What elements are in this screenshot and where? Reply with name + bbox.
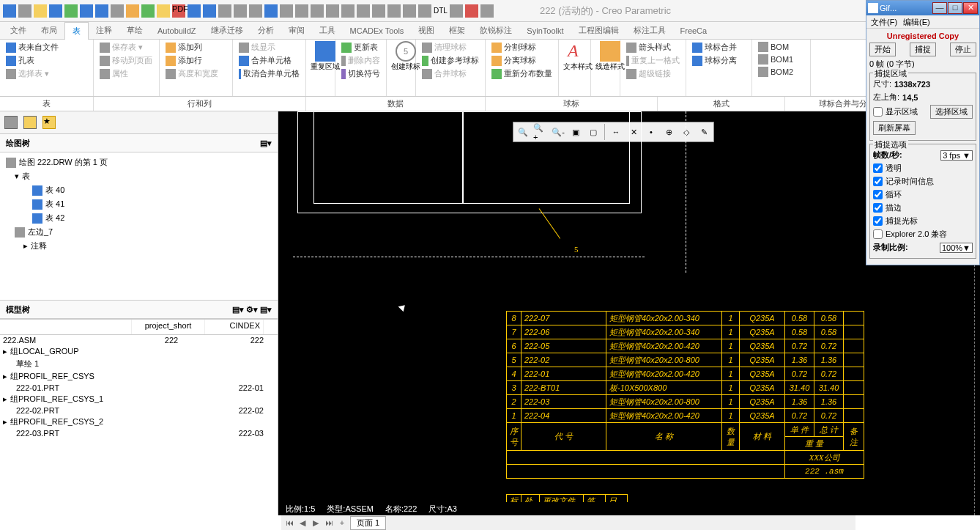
btn-text-style[interactable]: A文本样式 (563, 41, 593, 72)
page-tab[interactable]: 页面 1 (350, 516, 386, 530)
btn-merge-balloon[interactable]: 合并球标 (420, 67, 480, 80)
undo-icon[interactable] (188, 4, 201, 18)
add-page-icon[interactable]: + (337, 518, 347, 527)
tool10-icon[interactable] (403, 4, 416, 18)
tab-icon2[interactable] (23, 116, 37, 129)
save3-icon[interactable] (95, 4, 108, 18)
cut-icon[interactable] (126, 4, 139, 18)
tree-options-icon[interactable]: ▤▾ (260, 139, 272, 148)
new-icon[interactable] (18, 4, 31, 18)
minimize-icon[interactable]: — (932, 2, 947, 14)
tool9-icon[interactable] (387, 4, 401, 18)
model-row[interactable]: ▸ 组PROFIL_REF_CSYS_1 (0, 393, 278, 405)
model-row[interactable]: 222.ASM222222 (0, 335, 278, 345)
model-row[interactable]: 草绘 1 (0, 358, 278, 370)
open-icon[interactable] (34, 4, 47, 18)
btn-clean-balloon[interactable]: 清理球标 (420, 41, 480, 54)
timestamp-checkbox[interactable] (873, 177, 883, 186)
btn-props[interactable]: 属性 (98, 67, 155, 80)
tab-inherit[interactable]: 继承迁移 (204, 22, 250, 39)
tool12-icon[interactable] (450, 4, 463, 18)
save-icon[interactable] (49, 4, 62, 18)
table-row[interactable]: 5222-02矩型钢管40x20x2.00-8001Q235A1.361.36 (507, 353, 864, 367)
table-row[interactable]: 7222-06矩型钢管40x20x2.00-3401Q235A0.580.58 (507, 325, 864, 339)
tab-xinrui[interactable]: 歆锐标注 (472, 22, 519, 39)
tab-mcadex[interactable]: MCADEx Tools (343, 23, 412, 38)
table-row[interactable]: 8222-07矩型钢管40x20x2.00-3401Q235A0.580.58 (507, 312, 864, 325)
prev-page-icon[interactable]: ◀ (297, 518, 308, 528)
window-icon[interactable] (234, 4, 247, 18)
tab-icon1[interactable] (4, 116, 18, 129)
tool3-icon[interactable] (295, 4, 308, 18)
btn-delete-content[interactable]: 删除内容 (340, 54, 382, 67)
model-row[interactable]: ▸ 组LOCAL_GROUP (0, 345, 278, 358)
btn-detach-balloon[interactable]: 分离球标 (490, 54, 554, 67)
tool1-icon[interactable] (264, 4, 278, 18)
delete-icon[interactable] (465, 4, 478, 18)
show-area-checkbox[interactable] (873, 107, 883, 117)
btn-table-from-file[interactable]: 表来自文件 (4, 41, 89, 54)
tree-item[interactable]: ▸ 注释 (3, 239, 275, 253)
outline-checkbox[interactable] (873, 203, 883, 213)
tool4-icon[interactable] (311, 4, 324, 18)
start-button[interactable]: 开始 (869, 43, 896, 56)
btn-toggle-symbol[interactable]: 切换符号 (340, 67, 382, 80)
tab-dimtool[interactable]: 标注工具 (626, 22, 673, 39)
btn-arrow-style[interactable]: 箭头样式 (625, 41, 681, 54)
tab-autobuild[interactable]: AutobuildZ (150, 23, 204, 38)
tab-annotate[interactable]: 注释 (89, 22, 119, 39)
btn-hyperlink[interactable]: 超级链接 (625, 67, 681, 80)
tool7-icon[interactable] (357, 4, 370, 18)
app-icon[interactable] (3, 4, 16, 18)
csys-icon[interactable]: ⊕ (661, 124, 677, 140)
save-as-icon[interactable] (64, 4, 78, 18)
tab-sketch[interactable]: 草绘 (119, 22, 150, 39)
capture-button[interactable]: 捕捉 (910, 43, 936, 56)
tab-analysis[interactable]: 分析 (250, 22, 281, 39)
btn-unmerge-cells[interactable]: 取消合并单元格 (237, 67, 301, 80)
tool11-icon[interactable] (418, 4, 431, 18)
btn-ref-balloon[interactable]: 创建参考球标 (420, 54, 480, 67)
close-icon[interactable]: ✕ (963, 2, 978, 14)
table-row[interactable]: 1222-04矩型钢管40x20x2.00-4201Q235A0.720.72 (507, 409, 864, 423)
plane-icon[interactable]: ◇ (678, 124, 694, 140)
paste-icon[interactable] (157, 4, 170, 18)
tree-item[interactable]: 左边_7 (3, 225, 275, 239)
btn-bom2[interactable]: BOM2 (757, 66, 806, 78)
btn-merge-cells[interactable]: 合并单元格 (237, 54, 301, 67)
refresh-button[interactable]: 刷新屏幕 (873, 121, 916, 135)
scale-select[interactable]: 100%▼ (940, 243, 973, 253)
tree-item[interactable]: 表 42 (3, 211, 275, 225)
regen-icon[interactable] (218, 4, 231, 18)
save2-icon[interactable] (80, 4, 93, 18)
btn-balloon-split[interactable]: 球标分离 (691, 54, 747, 67)
table-row[interactable]: 4222-01矩型钢管40x20x2.00-4201Q235A0.720.72 (507, 367, 864, 381)
btn-bom[interactable]: BOM (757, 41, 806, 53)
point-icon[interactable]: • (643, 124, 659, 140)
stop-button[interactable]: 停止 (950, 43, 976, 56)
last-page-icon[interactable]: ⏭ (324, 518, 334, 527)
tool8-icon[interactable] (372, 4, 385, 18)
tab-review[interactable]: 审阅 (281, 22, 312, 39)
btn-bom1[interactable]: BOM1 (757, 54, 806, 65)
next-page-icon[interactable]: ▶ (311, 518, 321, 528)
model-row[interactable]: 222-02.PRT222-02 (0, 405, 278, 416)
model-row[interactable]: 222-03.PRT222-03 (0, 428, 278, 438)
model-row[interactable]: 222-01.PRT222-01 (0, 383, 278, 393)
tab-syin[interactable]: SyinToolkt (519, 23, 571, 38)
btn-hole-table[interactable]: 孔表 (4, 54, 89, 67)
annot-icon[interactable]: ✎ (696, 124, 712, 140)
tab-icon3[interactable]: ★ (42, 116, 56, 129)
tree-item[interactable]: ▾ 表 (3, 169, 275, 183)
model-row[interactable]: ▸ 组PROFIL_REF_CSYS_2 (0, 416, 278, 428)
pdf-icon[interactable]: PDF (172, 4, 185, 18)
table-row[interactable]: 3222-BT01板-10X500X8001Q235A31.4031.40 (507, 381, 864, 395)
explorer-checkbox[interactable] (873, 229, 883, 239)
maximize-icon[interactable]: □ (948, 2, 962, 14)
fps-select[interactable]: 3 fps ▼ (940, 150, 973, 161)
loop-checkbox[interactable] (873, 190, 883, 199)
transparent-checkbox[interactable] (873, 163, 883, 173)
btn-add-row[interactable]: 添加行 (164, 54, 228, 67)
print-icon[interactable] (111, 4, 124, 18)
gif-titlebar[interactable]: Gif... — □ ✕ (866, 1, 979, 15)
